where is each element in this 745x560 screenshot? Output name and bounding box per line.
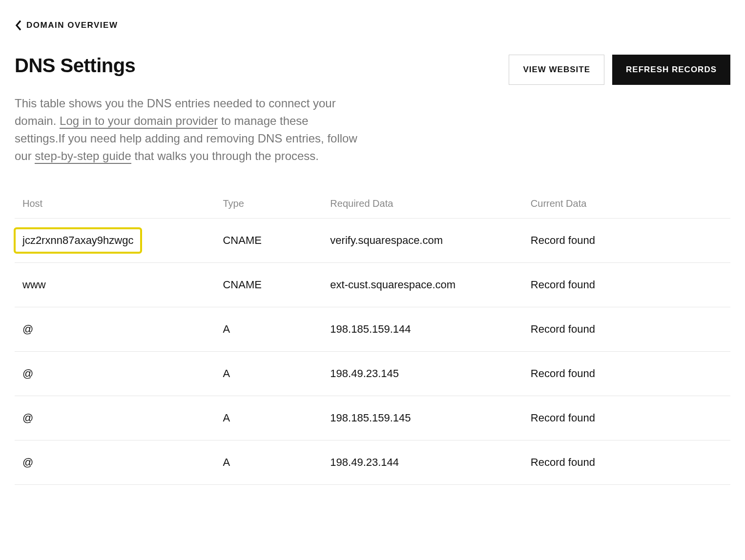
table-row: @A198.185.159.145Record found	[15, 396, 730, 440]
cell-type: A	[215, 352, 322, 396]
cell-host: @	[15, 440, 215, 485]
dns-records-table: Host Type Required Data Current Data jcz…	[15, 189, 730, 485]
table-header-current-data: Current Data	[523, 189, 730, 219]
page-description: This table shows you the DNS entries nee…	[15, 95, 361, 165]
cell-current-data: Record found	[523, 396, 730, 440]
table-row: jcz2rxnn87axay9hzwgcCNAMEverify.squaresp…	[15, 219, 730, 263]
domain-provider-link[interactable]: Log in to your domain provider	[60, 114, 218, 129]
cell-current-data: Record found	[523, 352, 730, 396]
cell-host: jcz2rxnn87axay9hzwgc	[15, 219, 215, 263]
cell-host: @	[15, 396, 215, 440]
page-title: DNS Settings	[15, 55, 135, 77]
highlighted-host-value: jcz2rxnn87axay9hzwgc	[14, 227, 142, 254]
view-website-button[interactable]: VIEW WEBSITE	[509, 55, 604, 85]
cell-host: @	[15, 307, 215, 352]
cell-type: A	[215, 307, 322, 352]
cell-current-data: Record found	[523, 307, 730, 352]
cell-host: @	[15, 352, 215, 396]
cell-type: CNAME	[215, 263, 322, 307]
description-text: that walks you through the process.	[131, 149, 319, 162]
cell-type: CNAME	[215, 219, 322, 263]
table-row: @A198.185.159.144Record found	[15, 307, 730, 352]
breadcrumb-back-link[interactable]: DOMAIN OVERVIEW	[15, 20, 118, 31]
cell-current-data: Record found	[523, 219, 730, 263]
cell-required-data: 198.49.23.145	[322, 352, 522, 396]
table-header-host: Host	[15, 189, 215, 219]
cell-required-data: 198.49.23.144	[322, 440, 522, 485]
breadcrumb-label: DOMAIN OVERVIEW	[26, 20, 118, 30]
table-header-required-data: Required Data	[322, 189, 522, 219]
cell-required-data: 198.185.159.144	[322, 307, 522, 352]
cell-required-data: ext-cust.squarespace.com	[322, 263, 522, 307]
cell-required-data: verify.squarespace.com	[322, 219, 522, 263]
cell-type: A	[215, 440, 322, 485]
table-row: @A198.49.23.145Record found	[15, 352, 730, 396]
table-header-type: Type	[215, 189, 322, 219]
cell-required-data: 198.185.159.145	[322, 396, 522, 440]
cell-current-data: Record found	[523, 263, 730, 307]
table-row: wwwCNAMEext-cust.squarespace.comRecord f…	[15, 263, 730, 307]
cell-type: A	[215, 396, 322, 440]
header-actions: VIEW WEBSITE REFRESH RECORDS	[509, 55, 730, 85]
cell-host: www	[15, 263, 215, 307]
chevron-left-icon	[15, 20, 22, 31]
table-row: @A198.49.23.144Record found	[15, 440, 730, 485]
cell-current-data: Record found	[523, 440, 730, 485]
refresh-records-button[interactable]: REFRESH RECORDS	[612, 55, 730, 85]
step-by-step-guide-link[interactable]: step-by-step guide	[35, 149, 131, 164]
